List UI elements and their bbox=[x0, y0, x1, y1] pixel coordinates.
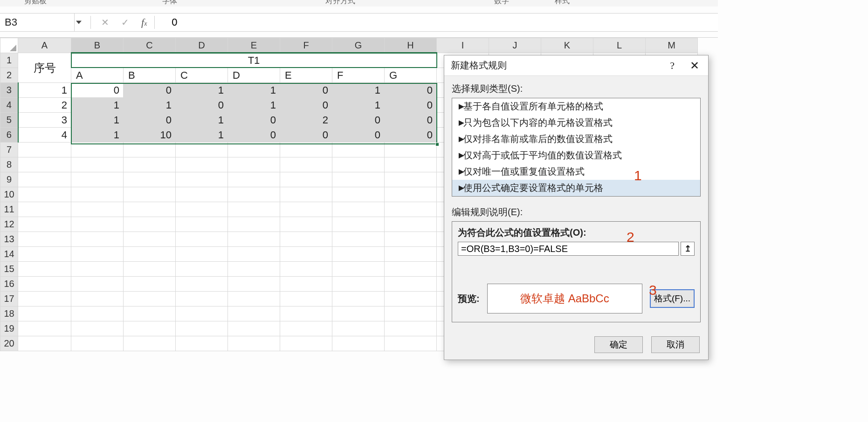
cell[interactable] bbox=[228, 262, 280, 277]
cell[interactable] bbox=[124, 202, 176, 217]
col-header[interactable]: F bbox=[280, 38, 332, 53]
row-header[interactable]: 7 bbox=[0, 143, 18, 157]
cell[interactable] bbox=[385, 202, 437, 217]
cell[interactable] bbox=[280, 321, 332, 336]
close-icon[interactable]: ✕ bbox=[688, 59, 702, 72]
cell[interactable] bbox=[18, 247, 71, 262]
row-header[interactable]: 2 bbox=[0, 68, 18, 83]
cell[interactable] bbox=[71, 143, 124, 157]
cell[interactable] bbox=[176, 277, 228, 292]
cell[interactable]: G bbox=[385, 68, 437, 83]
cell[interactable]: 0 bbox=[385, 83, 437, 98]
cell[interactable] bbox=[18, 277, 71, 292]
cell[interactable] bbox=[176, 232, 228, 247]
formula-input[interactable] bbox=[155, 14, 718, 31]
cell[interactable] bbox=[332, 247, 385, 262]
row-header[interactable]: 18 bbox=[0, 306, 18, 321]
cell[interactable]: 1 bbox=[124, 98, 176, 113]
cell[interactable] bbox=[228, 277, 280, 292]
cell[interactable] bbox=[124, 262, 176, 277]
cell[interactable]: F bbox=[332, 68, 385, 83]
cell[interactable]: 0 bbox=[176, 98, 228, 113]
cell[interactable] bbox=[228, 232, 280, 247]
cell[interactable] bbox=[18, 336, 71, 351]
cell[interactable] bbox=[280, 262, 332, 277]
cell[interactable] bbox=[71, 172, 124, 187]
rule-type-item[interactable]: ►基于各自值设置所有单元格的格式 bbox=[452, 98, 700, 115]
cell[interactable] bbox=[385, 217, 437, 232]
cell[interactable] bbox=[228, 336, 280, 351]
cell[interactable] bbox=[71, 217, 124, 232]
cell[interactable]: 0 bbox=[228, 128, 280, 143]
cell[interactable]: 0 bbox=[280, 128, 332, 143]
rule-type-item[interactable]: ►仅对高于或低于平均值的数值设置格式 bbox=[452, 147, 700, 163]
col-header[interactable]: D bbox=[176, 38, 228, 53]
help-icon[interactable]: ? bbox=[670, 60, 675, 72]
col-header[interactable]: B bbox=[71, 38, 124, 53]
cell[interactable] bbox=[385, 306, 437, 321]
dialog-titlebar[interactable]: 新建格式规则 ? ✕ bbox=[444, 55, 708, 76]
cell[interactable] bbox=[228, 247, 280, 262]
cell[interactable] bbox=[332, 157, 385, 172]
row-header[interactable]: 10 bbox=[0, 187, 18, 202]
cell[interactable]: 1 bbox=[332, 83, 385, 98]
col-header[interactable]: I bbox=[437, 38, 489, 53]
cell[interactable] bbox=[18, 232, 71, 247]
cell[interactable] bbox=[18, 217, 71, 232]
cell[interactable] bbox=[176, 247, 228, 262]
cell[interactable] bbox=[176, 172, 228, 187]
cell[interactable]: 1 bbox=[176, 83, 228, 98]
cell[interactable]: 1 bbox=[228, 83, 280, 98]
cell[interactable] bbox=[18, 321, 71, 336]
cell[interactable] bbox=[71, 202, 124, 217]
row-header[interactable]: 19 bbox=[0, 321, 18, 336]
cell[interactable]: 1 bbox=[71, 113, 124, 128]
cell[interactable] bbox=[18, 202, 71, 217]
cell[interactable] bbox=[176, 157, 228, 172]
cell[interactable] bbox=[124, 172, 176, 187]
col-header[interactable]: J bbox=[489, 38, 541, 53]
cell[interactable]: 0 bbox=[332, 113, 385, 128]
cell[interactable] bbox=[332, 321, 385, 336]
cell[interactable]: 2 bbox=[280, 113, 332, 128]
cell[interactable]: A bbox=[71, 68, 124, 83]
cell[interactable] bbox=[385, 277, 437, 292]
cell[interactable] bbox=[228, 187, 280, 202]
cell-seq-label[interactable]: 序号 bbox=[18, 53, 71, 83]
cell[interactable] bbox=[385, 143, 437, 157]
cell[interactable]: 0 bbox=[385, 98, 437, 113]
cell[interactable] bbox=[332, 217, 385, 232]
select-all-corner[interactable] bbox=[0, 38, 18, 53]
col-header[interactable]: A bbox=[18, 38, 71, 53]
cell[interactable] bbox=[18, 187, 71, 202]
cell[interactable] bbox=[71, 187, 124, 202]
cell[interactable] bbox=[385, 336, 437, 351]
cell[interactable]: 2 bbox=[18, 98, 71, 113]
cell[interactable] bbox=[280, 247, 332, 262]
cell[interactable]: 1 bbox=[228, 98, 280, 113]
format-button[interactable]: 格式(F)... bbox=[650, 289, 695, 308]
cell[interactable]: 0 bbox=[280, 98, 332, 113]
cell[interactable] bbox=[332, 292, 385, 306]
cell[interactable] bbox=[280, 187, 332, 202]
cell[interactable] bbox=[71, 277, 124, 292]
cell[interactable] bbox=[124, 306, 176, 321]
col-header[interactable]: E bbox=[228, 38, 280, 53]
cell[interactable] bbox=[280, 292, 332, 306]
cell[interactable] bbox=[228, 157, 280, 172]
cell[interactable] bbox=[228, 321, 280, 336]
row-header[interactable]: 1 bbox=[0, 53, 18, 68]
cell[interactable] bbox=[18, 262, 71, 277]
cell[interactable] bbox=[385, 232, 437, 247]
cell[interactable] bbox=[280, 157, 332, 172]
cell[interactable] bbox=[385, 262, 437, 277]
cell[interactable] bbox=[332, 187, 385, 202]
cell[interactable] bbox=[385, 292, 437, 306]
cell[interactable] bbox=[228, 202, 280, 217]
cell[interactable] bbox=[332, 143, 385, 157]
row-header[interactable]: 20 bbox=[0, 336, 18, 351]
cell[interactable] bbox=[176, 143, 228, 157]
col-header[interactable]: G bbox=[332, 38, 385, 53]
cell[interactable] bbox=[124, 292, 176, 306]
cell[interactable] bbox=[176, 262, 228, 277]
